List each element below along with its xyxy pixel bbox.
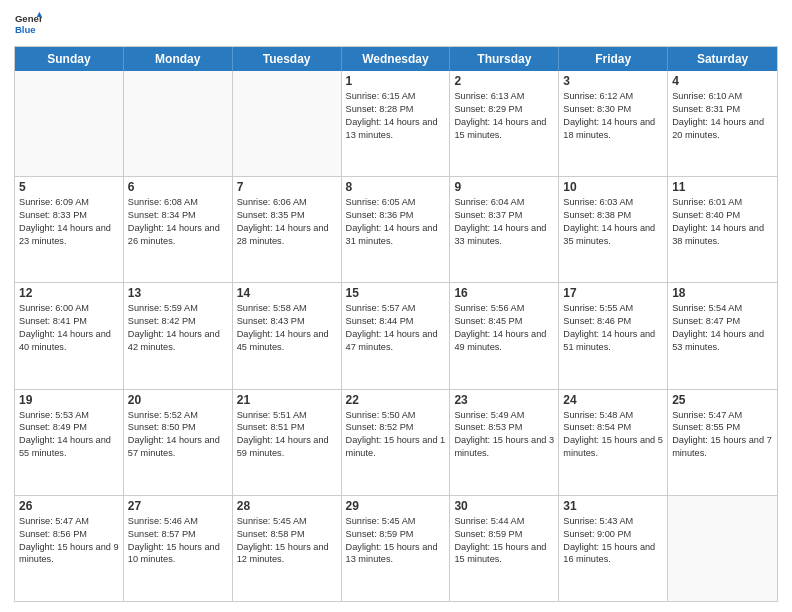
day-info: Sunrise: 6:01 AMSunset: 8:40 PMDaylight:… — [672, 196, 773, 248]
day-cell-14: 14Sunrise: 5:58 AMSunset: 8:43 PMDayligh… — [233, 283, 342, 388]
day-info: Sunrise: 6:15 AMSunset: 8:28 PMDaylight:… — [346, 90, 446, 142]
day-number: 12 — [19, 286, 119, 300]
day-cell-26: 26Sunrise: 5:47 AMSunset: 8:56 PMDayligh… — [15, 496, 124, 601]
day-number: 18 — [672, 286, 773, 300]
day-number: 10 — [563, 180, 663, 194]
day-info: Sunrise: 5:49 AMSunset: 8:53 PMDaylight:… — [454, 409, 554, 461]
day-number: 31 — [563, 499, 663, 513]
calendar-row-2: 5Sunrise: 6:09 AMSunset: 8:33 PMDaylight… — [15, 176, 777, 282]
day-cell-21: 21Sunrise: 5:51 AMSunset: 8:51 PMDayligh… — [233, 390, 342, 495]
day-cell-29: 29Sunrise: 5:45 AMSunset: 8:59 PMDayligh… — [342, 496, 451, 601]
day-number: 5 — [19, 180, 119, 194]
day-info: Sunrise: 6:03 AMSunset: 8:38 PMDaylight:… — [563, 196, 663, 248]
day-of-week-thursday: Thursday — [450, 47, 559, 71]
day-cell-30: 30Sunrise: 5:44 AMSunset: 8:59 PMDayligh… — [450, 496, 559, 601]
day-number: 16 — [454, 286, 554, 300]
day-info: Sunrise: 5:44 AMSunset: 8:59 PMDaylight:… — [454, 515, 554, 567]
day-number: 14 — [237, 286, 337, 300]
logo-icon: General Blue — [14, 10, 42, 38]
day-number: 11 — [672, 180, 773, 194]
day-info: Sunrise: 5:58 AMSunset: 8:43 PMDaylight:… — [237, 302, 337, 354]
day-cell-8: 8Sunrise: 6:05 AMSunset: 8:36 PMDaylight… — [342, 177, 451, 282]
day-cell-28: 28Sunrise: 5:45 AMSunset: 8:58 PMDayligh… — [233, 496, 342, 601]
logo: General Blue — [14, 10, 42, 38]
day-number: 3 — [563, 74, 663, 88]
day-info: Sunrise: 5:55 AMSunset: 8:46 PMDaylight:… — [563, 302, 663, 354]
day-cell-12: 12Sunrise: 6:00 AMSunset: 8:41 PMDayligh… — [15, 283, 124, 388]
day-cell-1: 1Sunrise: 6:15 AMSunset: 8:28 PMDaylight… — [342, 71, 451, 176]
day-info: Sunrise: 5:46 AMSunset: 8:57 PMDaylight:… — [128, 515, 228, 567]
day-info: Sunrise: 5:45 AMSunset: 8:58 PMDaylight:… — [237, 515, 337, 567]
day-cell-11: 11Sunrise: 6:01 AMSunset: 8:40 PMDayligh… — [668, 177, 777, 282]
calendar-row-5: 26Sunrise: 5:47 AMSunset: 8:56 PMDayligh… — [15, 495, 777, 601]
day-info: Sunrise: 6:08 AMSunset: 8:34 PMDaylight:… — [128, 196, 228, 248]
day-cell-19: 19Sunrise: 5:53 AMSunset: 8:49 PMDayligh… — [15, 390, 124, 495]
day-cell-22: 22Sunrise: 5:50 AMSunset: 8:52 PMDayligh… — [342, 390, 451, 495]
calendar: SundayMondayTuesdayWednesdayThursdayFrid… — [14, 46, 778, 602]
day-number: 24 — [563, 393, 663, 407]
day-info: Sunrise: 6:12 AMSunset: 8:30 PMDaylight:… — [563, 90, 663, 142]
day-info: Sunrise: 5:57 AMSunset: 8:44 PMDaylight:… — [346, 302, 446, 354]
day-info: Sunrise: 5:47 AMSunset: 8:56 PMDaylight:… — [19, 515, 119, 567]
day-info: Sunrise: 6:09 AMSunset: 8:33 PMDaylight:… — [19, 196, 119, 248]
empty-cell — [233, 71, 342, 176]
day-cell-13: 13Sunrise: 5:59 AMSunset: 8:42 PMDayligh… — [124, 283, 233, 388]
day-number: 26 — [19, 499, 119, 513]
day-info: Sunrise: 6:00 AMSunset: 8:41 PMDaylight:… — [19, 302, 119, 354]
day-cell-3: 3Sunrise: 6:12 AMSunset: 8:30 PMDaylight… — [559, 71, 668, 176]
day-number: 17 — [563, 286, 663, 300]
day-cell-18: 18Sunrise: 5:54 AMSunset: 8:47 PMDayligh… — [668, 283, 777, 388]
day-info: Sunrise: 5:50 AMSunset: 8:52 PMDaylight:… — [346, 409, 446, 461]
day-info: Sunrise: 6:06 AMSunset: 8:35 PMDaylight:… — [237, 196, 337, 248]
day-number: 20 — [128, 393, 228, 407]
day-cell-5: 5Sunrise: 6:09 AMSunset: 8:33 PMDaylight… — [15, 177, 124, 282]
day-cell-23: 23Sunrise: 5:49 AMSunset: 8:53 PMDayligh… — [450, 390, 559, 495]
calendar-header-row: SundayMondayTuesdayWednesdayThursdayFrid… — [15, 47, 777, 71]
day-info: Sunrise: 6:10 AMSunset: 8:31 PMDaylight:… — [672, 90, 773, 142]
day-info: Sunrise: 5:48 AMSunset: 8:54 PMDaylight:… — [563, 409, 663, 461]
day-of-week-sunday: Sunday — [15, 47, 124, 71]
day-info: Sunrise: 6:13 AMSunset: 8:29 PMDaylight:… — [454, 90, 554, 142]
empty-cell — [15, 71, 124, 176]
day-of-week-friday: Friday — [559, 47, 668, 71]
day-cell-4: 4Sunrise: 6:10 AMSunset: 8:31 PMDaylight… — [668, 71, 777, 176]
day-number: 29 — [346, 499, 446, 513]
day-number: 1 — [346, 74, 446, 88]
day-cell-6: 6Sunrise: 6:08 AMSunset: 8:34 PMDaylight… — [124, 177, 233, 282]
day-info: Sunrise: 5:54 AMSunset: 8:47 PMDaylight:… — [672, 302, 773, 354]
day-info: Sunrise: 5:43 AMSunset: 9:00 PMDaylight:… — [563, 515, 663, 567]
day-number: 30 — [454, 499, 554, 513]
day-cell-7: 7Sunrise: 6:06 AMSunset: 8:35 PMDaylight… — [233, 177, 342, 282]
day-number: 19 — [19, 393, 119, 407]
day-number: 27 — [128, 499, 228, 513]
day-info: Sunrise: 5:45 AMSunset: 8:59 PMDaylight:… — [346, 515, 446, 567]
header: General Blue — [14, 10, 778, 38]
day-info: Sunrise: 5:52 AMSunset: 8:50 PMDaylight:… — [128, 409, 228, 461]
day-number: 22 — [346, 393, 446, 407]
day-number: 8 — [346, 180, 446, 194]
day-number: 28 — [237, 499, 337, 513]
day-number: 15 — [346, 286, 446, 300]
calendar-row-3: 12Sunrise: 6:00 AMSunset: 8:41 PMDayligh… — [15, 282, 777, 388]
day-of-week-monday: Monday — [124, 47, 233, 71]
day-number: 13 — [128, 286, 228, 300]
day-number: 25 — [672, 393, 773, 407]
calendar-row-4: 19Sunrise: 5:53 AMSunset: 8:49 PMDayligh… — [15, 389, 777, 495]
day-number: 21 — [237, 393, 337, 407]
day-info: Sunrise: 5:59 AMSunset: 8:42 PMDaylight:… — [128, 302, 228, 354]
day-number: 4 — [672, 74, 773, 88]
day-cell-16: 16Sunrise: 5:56 AMSunset: 8:45 PMDayligh… — [450, 283, 559, 388]
day-cell-31: 31Sunrise: 5:43 AMSunset: 9:00 PMDayligh… — [559, 496, 668, 601]
day-number: 2 — [454, 74, 554, 88]
page: General Blue SundayMondayTuesdayWednesda… — [0, 0, 792, 612]
day-cell-25: 25Sunrise: 5:47 AMSunset: 8:55 PMDayligh… — [668, 390, 777, 495]
day-cell-17: 17Sunrise: 5:55 AMSunset: 8:46 PMDayligh… — [559, 283, 668, 388]
calendar-body: 1Sunrise: 6:15 AMSunset: 8:28 PMDaylight… — [15, 71, 777, 601]
day-info: Sunrise: 5:56 AMSunset: 8:45 PMDaylight:… — [454, 302, 554, 354]
day-cell-27: 27Sunrise: 5:46 AMSunset: 8:57 PMDayligh… — [124, 496, 233, 601]
day-of-week-tuesday: Tuesday — [233, 47, 342, 71]
day-cell-15: 15Sunrise: 5:57 AMSunset: 8:44 PMDayligh… — [342, 283, 451, 388]
day-cell-2: 2Sunrise: 6:13 AMSunset: 8:29 PMDaylight… — [450, 71, 559, 176]
day-info: Sunrise: 6:04 AMSunset: 8:37 PMDaylight:… — [454, 196, 554, 248]
day-of-week-saturday: Saturday — [668, 47, 777, 71]
